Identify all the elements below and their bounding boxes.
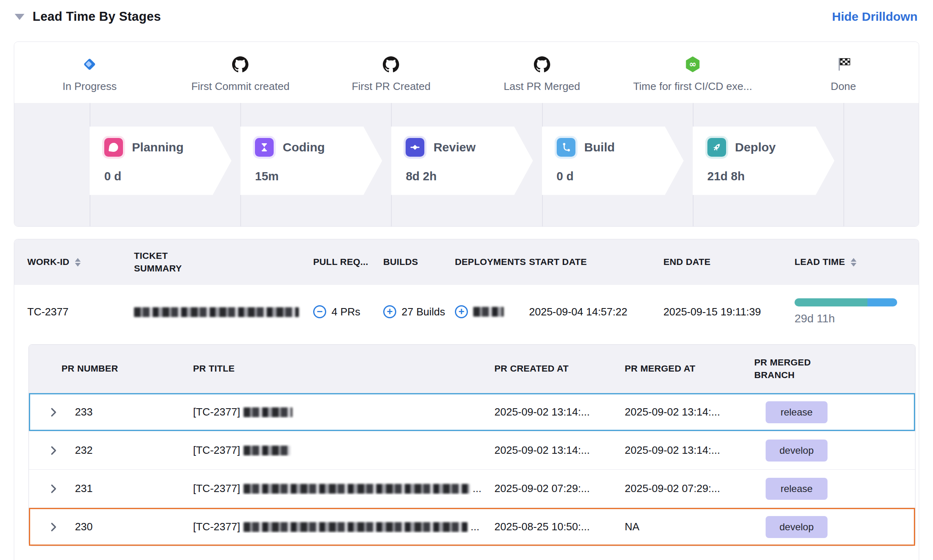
lead-time-stages-panel: In Progress First Commit created First P…: [14, 42, 919, 227]
pr-title-cell: [TC-2377] ...: [193, 482, 494, 495]
column-header-pr-title: PR TITLE: [193, 363, 494, 374]
branch-badge[interactable]: release: [766, 401, 828, 423]
github-icon: [534, 56, 550, 73]
expand-circle-icon[interactable]: +: [383, 305, 396, 318]
builds-count: 27 Builds: [402, 306, 445, 318]
pr-row-230[interactable]: 230 [TC-2377] ... 2025-08-25 10:50:... N…: [29, 508, 915, 546]
pr-title-prefix: [TC-2377]: [193, 482, 240, 495]
note-icon: [104, 138, 123, 157]
checkered-flag-icon: [836, 56, 851, 73]
page-title: Lead Time By Stages: [33, 9, 161, 24]
chevron-right-icon[interactable]: [47, 406, 59, 418]
end-date-cell: 2025-09-15 19:11:39: [663, 306, 795, 318]
pr-created-at: 2025-08-25 10:50:...: [494, 521, 625, 533]
lead-time-value: 29d 11h: [795, 312, 912, 325]
work-table-header: WORK-ID TICKET SUMMARY PULL REQ... BUILD…: [14, 239, 919, 285]
stage-review: Review 8d 2h: [391, 127, 533, 195]
chevron-right-icon[interactable]: [47, 444, 59, 457]
sort-icon[interactable]: [75, 258, 81, 267]
lead-time-bar-segment-blue: [867, 298, 897, 306]
pr-created-at: 2025-09-02 13:14:...: [494, 444, 625, 457]
builds-cell[interactable]: + 27 Builds: [383, 305, 455, 318]
lead-time-bar: [795, 298, 897, 306]
stage-duration: 21d 8h: [707, 170, 834, 183]
stage-duration: 0 d: [104, 170, 231, 183]
collapse-circle-icon[interactable]: −: [313, 305, 326, 318]
jira-status-icon: [82, 56, 97, 73]
pr-title-prefix: [TC-2377]: [193, 521, 240, 533]
pr-title-suffix: ...: [471, 521, 480, 533]
chevron-right-icon[interactable]: [47, 521, 59, 533]
redacted-text: [244, 407, 292, 417]
pr-number: 232: [75, 444, 92, 457]
github-icon: [383, 56, 399, 73]
pr-title-cell: [TC-2377]: [193, 406, 494, 418]
pr-title-suffix: ...: [473, 482, 482, 495]
column-header-pr-merged-branch: PR MERGED BRANCH: [754, 356, 915, 382]
branch-badge[interactable]: release: [766, 478, 828, 500]
stage-build: Build 0 d: [542, 127, 684, 195]
pr-row-231[interactable]: 231 [TC-2377] ... 2025-09-02 07:29:... 2…: [29, 469, 915, 508]
stage-duration: 8d 2h: [406, 170, 533, 183]
pr-created-at: 2025-09-02 07:29:...: [494, 482, 625, 495]
expand-circle-icon[interactable]: +: [455, 305, 468, 318]
milestone-done: Done: [768, 42, 919, 103]
section-header: Lead Time By Stages Hide Drilldown: [0, 0, 933, 25]
pr-number: 230: [75, 521, 92, 533]
pr-row-232[interactable]: 232 [TC-2377] 2025-09-02 13:14:... 2025-…: [29, 431, 915, 469]
ticket-summary-cell: [134, 306, 313, 318]
column-header-work-id: WORK-ID: [27, 257, 134, 267]
milestone-label: Time for first CI/CD exe...: [633, 80, 752, 93]
milestones-row: In Progress First Commit created First P…: [14, 42, 919, 103]
column-header-pull-requests: PULL REQ...: [313, 257, 383, 267]
pr-table-header: PR NUMBER PR TITLE PR CREATED AT PR MERG…: [29, 345, 915, 393]
pr-merged-at: 2025-09-02 13:14:...: [625, 406, 754, 418]
work-items-table: WORK-ID TICKET SUMMARY PULL REQ... BUILD…: [14, 239, 919, 560]
stage-name: Build: [584, 140, 615, 154]
pr-drilldown-table: PR NUMBER PR TITLE PR CREATED AT PR MERG…: [29, 344, 915, 546]
redacted-text: [244, 446, 290, 455]
work-row-tc-2377: TC-2377 − 4 PRs + 27 Builds + 2025-09-04…: [14, 285, 919, 339]
branch-badge[interactable]: develop: [766, 440, 828, 462]
column-header-start-date: START DATE: [529, 257, 663, 267]
stage-coding: Coding 15m: [240, 127, 382, 195]
milestone-first-cicd: Time for first CI/CD exe...: [617, 42, 768, 103]
pr-number: 233: [75, 406, 92, 418]
stage-name: Coding: [283, 140, 325, 154]
branch-badge[interactable]: develop: [766, 516, 828, 538]
column-header-builds: BUILDS: [383, 257, 455, 267]
git-branch-icon: [557, 138, 575, 157]
deployments-cell[interactable]: +: [455, 305, 529, 318]
milestone-label: First Commit created: [191, 80, 290, 93]
pr-merged-at: NA: [625, 521, 754, 533]
milestone-label: In Progress: [63, 80, 117, 93]
pull-requests-cell[interactable]: − 4 PRs: [313, 305, 383, 318]
git-commit-icon: [406, 138, 424, 157]
milestone-in-progress: In Progress: [14, 42, 165, 103]
stage-durations-area: Planning 0 d Coding 15m Review 8d 2h Bui…: [14, 103, 919, 226]
hide-drilldown-link[interactable]: Hide Drilldown: [832, 10, 918, 24]
github-icon: [232, 56, 248, 73]
column-header-pr-number: PR NUMBER: [29, 363, 193, 374]
chevron-right-icon[interactable]: [47, 483, 59, 495]
pr-created-at: 2025-09-02 13:14:...: [494, 406, 625, 418]
start-date-cell: 2025-09-04 14:57:22: [529, 306, 663, 318]
pr-merged-at: 2025-09-02 07:29:...: [625, 482, 754, 495]
milestone-last-pr-merged: Last PR Merged: [467, 42, 617, 103]
pr-row-233[interactable]: 233 [TC-2377] 2025-09-02 13:14:... 2025-…: [29, 393, 915, 431]
stage-name: Planning: [132, 140, 184, 154]
work-id-cell: TC-2377: [27, 306, 134, 318]
column-header-pr-merged-at: PR MERGED AT: [625, 363, 754, 374]
lead-time-cell: 29d 11h: [795, 298, 912, 325]
cicd-infinity-icon: [685, 56, 701, 73]
column-header-deployments: DEPLOYMENTS: [455, 257, 529, 267]
collapse-triangle-icon[interactable]: [15, 14, 24, 20]
pr-number: 231: [75, 482, 92, 495]
stage-duration: 15m: [255, 170, 382, 183]
sort-icon[interactable]: [851, 258, 856, 267]
column-header-lead-time: LEAD TIME: [795, 257, 912, 267]
milestone-label: Done: [831, 80, 856, 93]
stage-duration: 0 d: [557, 170, 684, 183]
milestone-first-commit: First Commit created: [165, 42, 316, 103]
rocket-icon: [707, 138, 726, 157]
